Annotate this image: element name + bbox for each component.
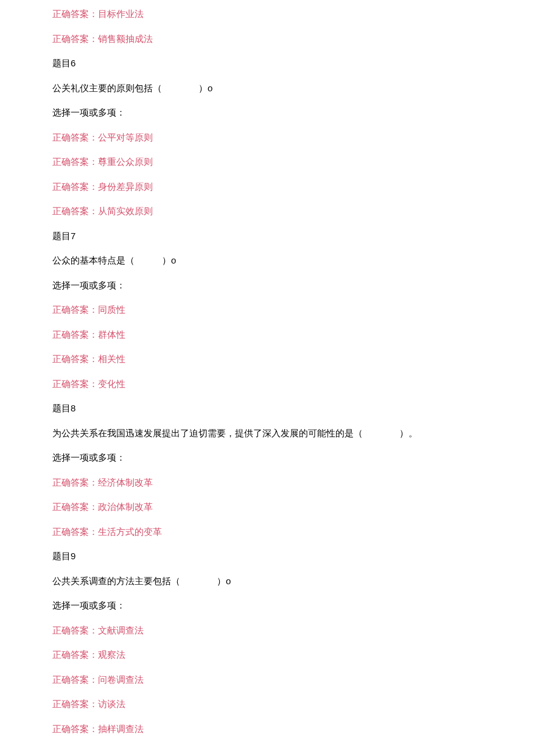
- answer-line: 正确答案：生活方式的变革: [52, 525, 560, 539]
- answer-line: 正确答案：变化性: [52, 377, 560, 391]
- answer-line: 正确答案：同质性: [52, 303, 560, 317]
- question-prompt-7: 公众的基本特点是（ ）o: [52, 254, 560, 268]
- answer-line: 正确答案：观察法: [52, 648, 560, 662]
- answer-line: 正确答案：相关性: [52, 352, 560, 366]
- question-instruction-6: 选择一项或多项：: [52, 106, 560, 120]
- question-instruction-7: 选择一项或多项：: [52, 279, 560, 293]
- top-answer: 正确答案：目标作业法: [52, 7, 560, 21]
- answer-line: 正确答案：身份差异原则: [52, 180, 560, 194]
- question-prompt-9: 公共关系调查的方法主要包括（ ）o: [52, 574, 560, 588]
- answer-line: 正确答案：问卷调查法: [52, 673, 560, 687]
- question-prompt-8: 为公共关系在我国迅速发展提出了迫切需要，提供了深入发展的可能性的是（ ）。: [52, 427, 560, 441]
- question-title-9: 题目9: [52, 550, 560, 564]
- question-title-6: 题目6: [52, 57, 560, 71]
- answer-line: 正确答案：访谈法: [52, 697, 560, 711]
- question-title-8: 题目8: [52, 402, 560, 416]
- answer-line: 正确答案：抽样调查法: [52, 722, 560, 736]
- answer-line: 正确答案：尊重公众原则: [52, 155, 560, 169]
- answer-line: 正确答案：文献调查法: [52, 624, 560, 638]
- question-instruction-8: 选择一项或多项：: [52, 451, 560, 465]
- answer-line: 正确答案：经济体制改革: [52, 476, 560, 490]
- answer-line: 正确答案：群体性: [52, 328, 560, 342]
- answer-line: 正确答案：从简实效原则: [52, 204, 560, 218]
- question-title-7: 题目7: [52, 229, 560, 243]
- question-prompt-6: 公关礼仪主要的原则包括（ ）o: [52, 82, 560, 96]
- answer-line: 正确答案：政治体制改革: [52, 500, 560, 514]
- question-instruction-9: 选择一项或多项：: [52, 599, 560, 613]
- top-answer: 正确答案：销售额抽成法: [52, 32, 560, 46]
- answer-line: 正确答案：公平对等原则: [52, 131, 560, 145]
